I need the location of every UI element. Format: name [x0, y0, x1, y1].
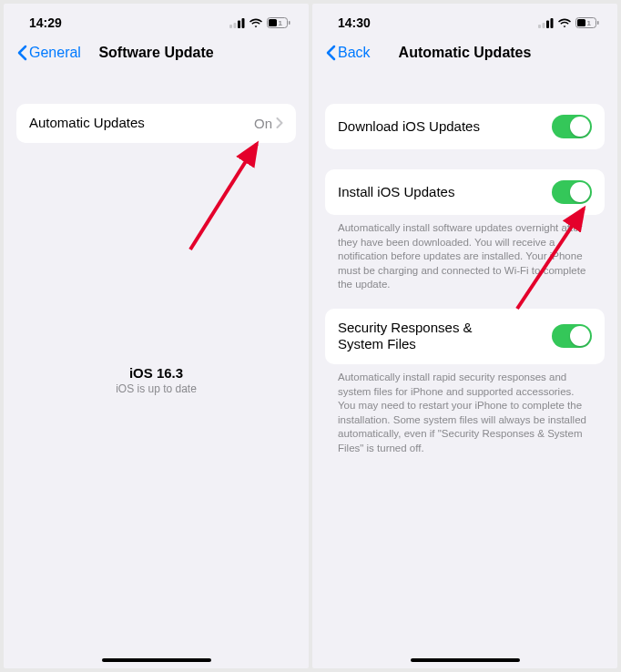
page-title: Automatic Updates — [399, 45, 532, 61]
security-toggle[interactable] — [552, 324, 592, 348]
wifi-icon — [249, 18, 263, 28]
wifi-icon — [557, 18, 572, 28]
status-time: 14:29 — [29, 15, 62, 30]
ios-status-block: iOS 16.3 iOS is up to date — [16, 365, 296, 395]
install-footer: Automatically install software updates o… — [325, 215, 605, 292]
status-bar: 14:29 1 — [4, 4, 309, 36]
svg-rect-10 — [543, 23, 545, 28]
row-label: Security Responses & System Files — [338, 320, 520, 354]
download-ios-updates-row: Download iOS Updates — [325, 104, 605, 149]
security-footer: Automatically install rapid security res… — [325, 364, 605, 455]
battery-icon: 1 — [267, 17, 290, 28]
phone-right: 14:30 1 Back Automatic Updates Download … — [312, 4, 617, 668]
svg-rect-1 — [234, 23, 237, 28]
back-label: General — [29, 45, 81, 61]
svg-rect-5 — [269, 19, 277, 26]
svg-rect-14 — [577, 19, 585, 26]
back-button[interactable]: Back — [325, 45, 371, 61]
row-label: Automatic Updates — [29, 115, 145, 132]
svg-text:1: 1 — [279, 19, 283, 27]
cellular-icon — [229, 18, 245, 28]
install-toggle[interactable] — [552, 180, 592, 204]
svg-rect-11 — [546, 20, 549, 28]
svg-rect-9 — [538, 25, 541, 28]
row-value: On — [254, 116, 283, 131]
security-responses-row: Security Responses & System Files — [325, 309, 605, 365]
automatic-updates-row[interactable]: Automatic Updates On — [16, 104, 296, 143]
svg-rect-15 — [597, 21, 599, 25]
row-label: Install iOS Updates — [338, 184, 454, 201]
ios-status-text: iOS is up to date — [16, 382, 296, 395]
nav-bar: General Software Update — [4, 36, 309, 73]
svg-rect-6 — [289, 21, 290, 25]
svg-text:1: 1 — [587, 19, 592, 27]
home-indicator[interactable] — [411, 658, 520, 662]
chevron-right-icon — [276, 117, 283, 128]
install-ios-updates-row: Install iOS Updates — [325, 169, 605, 215]
content-area: Automatic Updates On iOS 16.3 iOS is up … — [4, 73, 309, 668]
battery-icon: 1 — [575, 17, 599, 28]
svg-rect-0 — [229, 25, 232, 28]
phone-left: 14:29 1 General Software Update Automati… — [4, 4, 309, 668]
ios-version: iOS 16.3 — [16, 365, 296, 381]
svg-rect-2 — [238, 20, 240, 28]
status-bar: 14:30 1 — [312, 4, 617, 36]
page-title: Software Update — [98, 45, 213, 61]
status-icons: 1 — [229, 17, 290, 28]
status-icons: 1 — [538, 17, 599, 28]
svg-rect-3 — [242, 18, 245, 28]
row-label: Download iOS Updates — [338, 118, 480, 136]
download-toggle[interactable] — [552, 115, 592, 138]
chevron-left-icon — [16, 45, 27, 61]
content-area: Download iOS Updates Install iOS Updates… — [312, 73, 617, 668]
status-time: 14:30 — [338, 15, 371, 30]
home-indicator[interactable] — [102, 658, 211, 662]
back-button[interactable]: General — [16, 45, 81, 61]
chevron-left-icon — [325, 45, 336, 61]
cellular-icon — [538, 18, 554, 28]
back-label: Back — [338, 45, 371, 61]
svg-rect-12 — [551, 18, 554, 28]
nav-bar: Back Automatic Updates — [312, 36, 617, 73]
